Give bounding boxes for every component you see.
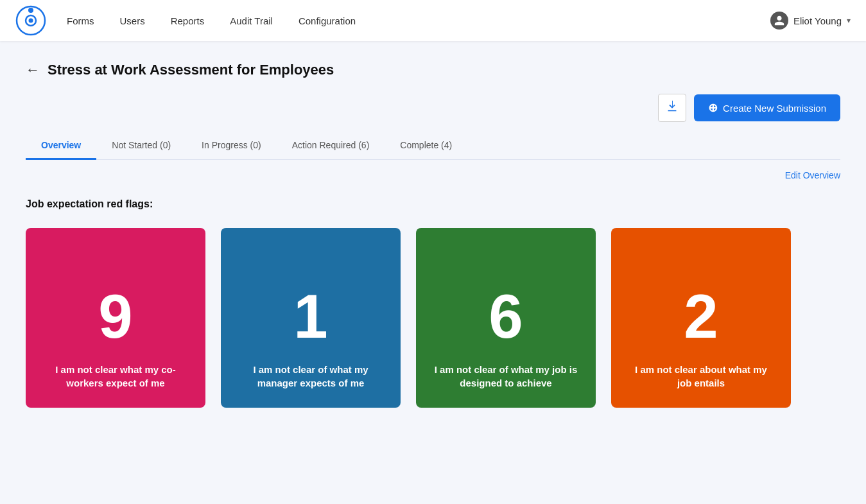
edit-overview-row: Edit Overview — [26, 170, 840, 180]
user-avatar — [770, 12, 788, 30]
stat-card-number-2: 6 — [489, 286, 523, 347]
navbar: FormsUsersReportsAudit TrailConfiguratio… — [0, 0, 866, 41]
tab-overview[interactable]: Overview — [26, 132, 96, 160]
tab-complete[interactable]: Complete (4) — [385, 132, 467, 160]
download-button[interactable] — [658, 94, 686, 122]
stat-card-label-0: I am not clear what my co-workers expect… — [41, 363, 190, 390]
stat-card-label-3: I am not clear about what my job entails — [627, 363, 775, 390]
stat-card-0: 9I am not clear what my co-workers expec… — [26, 228, 205, 408]
section-heading: Job expectation red flags: — [26, 198, 840, 210]
stat-card-2: 6I am not clear of what my job is design… — [416, 228, 596, 408]
svg-point-2 — [28, 8, 33, 13]
nav-link-configuration[interactable]: Configuration — [299, 15, 356, 26]
user-name: Eliot Young — [793, 15, 842, 26]
page-header: ← Stress at Work Assessment for Employee… — [26, 62, 840, 78]
plus-icon: ⊕ — [708, 101, 718, 115]
create-submission-label: Create New Submission — [723, 103, 826, 114]
nav-link-reports[interactable]: Reports — [171, 15, 205, 26]
tab-action-required[interactable]: Action Required (6) — [277, 132, 385, 160]
page-title: Stress at Work Assessment for Employees — [48, 62, 334, 78]
nav-link-forms[interactable]: Forms — [67, 15, 94, 26]
tab-not-started[interactable]: Not Started (0) — [96, 132, 186, 160]
stat-card-3: 2I am not clear about what my job entail… — [611, 228, 791, 408]
tabs-bar: OverviewNot Started (0)In Progress (0)Ac… — [26, 132, 840, 160]
stat-card-1: 1I am not clear of what my manager expec… — [221, 228, 401, 408]
edit-overview-link[interactable]: Edit Overview — [785, 170, 840, 180]
back-button[interactable]: ← — [26, 63, 40, 77]
stat-card-number-0: 9 — [98, 286, 132, 347]
nav-link-users[interactable]: Users — [120, 15, 145, 26]
user-menu[interactable]: Eliot Young ▾ — [770, 12, 851, 30]
chevron-down-icon: ▾ — [847, 16, 851, 25]
stat-card-number-1: 1 — [293, 286, 327, 347]
cards-row: 9I am not clear what my co-workers expec… — [26, 228, 840, 408]
stat-card-number-3: 2 — [684, 286, 718, 347]
nav-link-audit-trail[interactable]: Audit Trail — [230, 15, 273, 26]
tab-in-progress[interactable]: In Progress (0) — [186, 132, 277, 160]
page-content: ← Stress at Work Assessment for Employee… — [0, 41, 866, 428]
create-submission-button[interactable]: ⊕ Create New Submission — [694, 94, 840, 121]
download-icon — [665, 100, 679, 117]
svg-point-3 — [29, 19, 33, 23]
stat-card-label-2: I am not clear of what my job is designe… — [431, 363, 580, 390]
nav-links: FormsUsersReportsAudit TrailConfiguratio… — [67, 15, 770, 26]
logo[interactable] — [15, 5, 46, 36]
stat-card-label-1: I am not clear of what my manager expect… — [236, 363, 385, 390]
toolbar: ⊕ Create New Submission — [26, 94, 840, 122]
